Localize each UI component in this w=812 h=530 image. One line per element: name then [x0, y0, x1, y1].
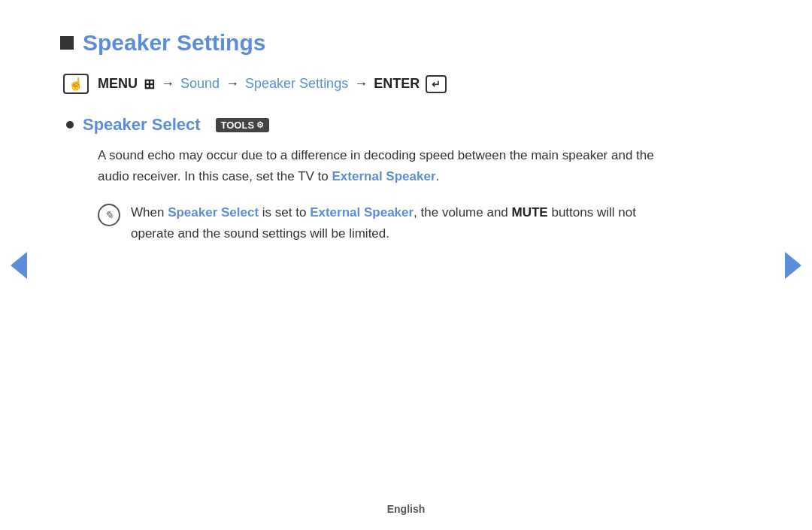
note-speaker-select: Speaker Select	[168, 205, 259, 220]
enter-label: ENTER	[374, 76, 420, 92]
breadcrumb: ☝ MENU ⊞ → Sound → Speaker Settings → EN…	[63, 74, 677, 94]
note-text: When Speaker Select is set to External S…	[131, 202, 677, 244]
menu-icon: ☝	[63, 74, 89, 94]
bullet-dot-icon	[66, 121, 74, 129]
nav-right-button[interactable]	[785, 252, 801, 279]
speaker-settings-label: Speaker Settings	[245, 76, 348, 92]
main-content: Speaker Settings ☝ MENU ⊞ → Sound → Spea…	[0, 0, 737, 274]
footer-language: English	[387, 503, 426, 515]
arrow-2: →	[226, 76, 239, 92]
description-end: .	[436, 169, 440, 183]
nav-left-button[interactable]	[11, 252, 27, 279]
external-speaker-highlight-1: External Speaker	[332, 169, 436, 183]
arrow-1: →	[161, 76, 174, 92]
note-icon: ✎	[98, 204, 120, 226]
page-title-row: Speaker Settings	[60, 30, 677, 56]
note-external-speaker: External Speaker	[310, 205, 414, 220]
enter-icon: ↵	[426, 75, 447, 93]
note-prefix: When	[131, 205, 168, 220]
page-title: Speaker Settings	[83, 30, 265, 56]
title-square-icon	[60, 36, 74, 50]
tools-badge: TOOLS ⚙	[216, 118, 270, 132]
menu-grid-icon: ⊞	[144, 76, 155, 92]
note-middle: is set to	[259, 205, 310, 220]
arrow-3: →	[354, 76, 368, 92]
note-row: ✎ When Speaker Select is set to External…	[98, 202, 677, 244]
section-label: Speaker Select	[83, 115, 201, 135]
menu-label: MENU	[98, 76, 138, 92]
sound-label: Sound	[180, 76, 220, 92]
section-bullet-row: Speaker Select TOOLS ⚙	[66, 115, 677, 135]
tools-badge-text: TOOLS	[221, 120, 255, 131]
language-label: English	[387, 503, 426, 515]
note-suffix: , the volume and	[414, 205, 511, 220]
note-mute: MUTE	[512, 205, 548, 220]
tools-badge-icon: ⚙	[256, 120, 264, 130]
description-text: A sound echo may occur due to a differen…	[98, 145, 677, 187]
